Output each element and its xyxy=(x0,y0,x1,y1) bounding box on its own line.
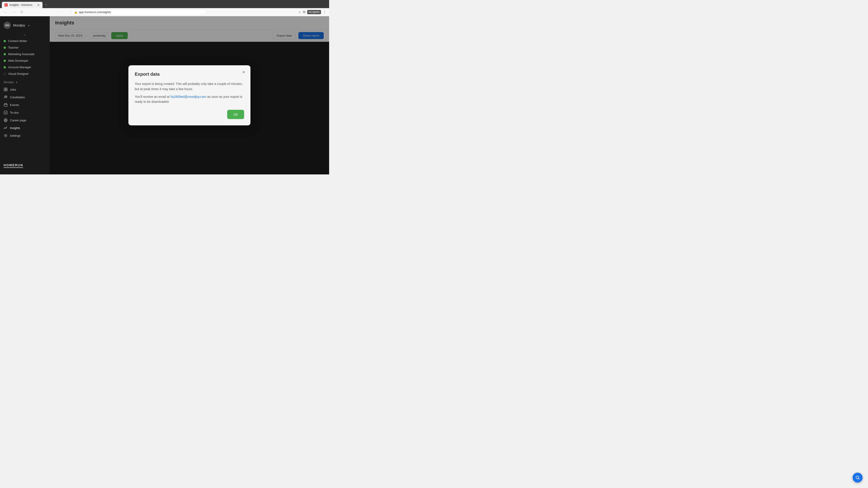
job-item-web-developer[interactable]: Web Developer xyxy=(0,57,50,64)
job-list: Content Writer Teacher Marketing Associa… xyxy=(0,37,50,78)
job-title: Marketing Associate xyxy=(8,53,34,56)
nav-item-label: Settings xyxy=(10,134,21,137)
job-item-content-writer[interactable]: Content Writer xyxy=(0,38,50,44)
section-title: Moodjoy xyxy=(4,80,14,84)
url-text: app.homerun.co/insights xyxy=(79,10,111,14)
grid-icon xyxy=(4,88,8,92)
svg-rect-5 xyxy=(6,90,7,91)
app-layout: MM Moodjoy ▾ ▲ Content Writer Teacher Ma… xyxy=(0,16,329,174)
bookmark-icon[interactable]: ☆ xyxy=(298,10,301,14)
job-title: Visual Designer xyxy=(8,72,29,75)
job-title: Web Developer xyxy=(8,59,28,62)
nav-item-label: Career page xyxy=(10,119,26,122)
tab-switch-icon[interactable]: ⧉ xyxy=(303,10,305,14)
sidebar-nav: Jobs Candidates Events To-dos xyxy=(0,85,50,140)
nav-item-label: Jobs xyxy=(10,88,16,91)
forward-button[interactable]: → xyxy=(11,9,17,15)
globe-icon xyxy=(4,118,8,122)
modal-close-button[interactable]: × xyxy=(241,69,247,75)
svg-rect-3 xyxy=(6,88,7,89)
job-item-visual-designer[interactable]: Visual Designer xyxy=(0,70,50,77)
sidebar-item-todos[interactable]: To-dos xyxy=(0,109,50,116)
modal-body-text-1: Your export is being created. This will … xyxy=(135,81,244,92)
svg-rect-2 xyxy=(4,88,5,89)
tab-title: Insights - Homerun xyxy=(9,3,32,6)
chart-icon xyxy=(4,126,8,130)
scroll-up-icon: ▲ xyxy=(24,33,26,36)
modal-overlay[interactable]: Export data × Your export is being creat… xyxy=(50,16,329,174)
svg-rect-8 xyxy=(4,104,7,106)
active-dot-icon xyxy=(4,46,6,49)
job-title: Teacher xyxy=(8,46,19,49)
svg-rect-4 xyxy=(4,90,5,91)
tab-favicon: H xyxy=(4,3,8,6)
modal-email: 5a2859ed@moodjoy.com xyxy=(170,95,206,98)
people-icon xyxy=(4,95,8,99)
sidebar-item-settings[interactable]: Settings xyxy=(0,132,50,139)
svg-point-11 xyxy=(5,135,6,136)
sidebar-item-insights[interactable]: Insights xyxy=(0,124,50,132)
tab-close-btn[interactable]: ✕ xyxy=(37,3,40,7)
modal-footer: Ok xyxy=(135,110,244,119)
profile-icon[interactable]: Incognito xyxy=(307,10,321,14)
svg-rect-9 xyxy=(4,111,7,114)
sidebar-header: MM Moodjoy ▾ xyxy=(0,20,50,33)
active-dot-icon xyxy=(4,53,6,55)
sidebar: MM Moodjoy ▾ ▲ Content Writer Teacher Ma… xyxy=(0,16,50,174)
active-dot-icon xyxy=(4,66,6,68)
nav-item-label: To-dos xyxy=(10,111,19,114)
modal-text-prefix: You'll receive an email at xyxy=(135,95,170,98)
nav-item-label: Candidates xyxy=(10,96,25,99)
new-tab-btn[interactable]: + xyxy=(42,2,50,8)
scroll-up-indicator: ▲ xyxy=(0,33,50,37)
job-title: Account Manager xyxy=(8,66,31,69)
modal-body: Your export is being created. This will … xyxy=(135,81,244,104)
menu-icon[interactable]: ⋮ xyxy=(323,10,327,14)
section-chevron-icon: ▾ xyxy=(16,81,17,84)
sidebar-item-candidates[interactable]: Candidates xyxy=(0,93,50,101)
modal-body-text-2: You'll receive an email at 5a2859ed@mood… xyxy=(135,94,244,104)
avatar: MM xyxy=(4,22,11,29)
url-bar[interactable]: 🔒 app.homerun.co/insights xyxy=(71,9,207,15)
main-content: Insights Wed Dec 20, 2023 - yesterday Ap… xyxy=(50,16,329,174)
browser-chrome: H Insights - Homerun ✕ + ← → ↻ 🔒 app.hom… xyxy=(0,0,329,16)
job-item-marketing-associate[interactable]: Marketing Associate xyxy=(0,51,50,57)
active-tab[interactable]: H Insights - Homerun ✕ xyxy=(2,2,42,8)
gear-icon xyxy=(4,133,8,138)
export-data-modal: Export data × Your export is being creat… xyxy=(128,65,250,125)
refresh-button[interactable]: ↻ xyxy=(19,9,25,15)
svg-point-7 xyxy=(6,96,7,97)
svg-point-6 xyxy=(4,96,6,97)
active-dot-icon xyxy=(4,60,6,62)
address-bar: ← → ↻ 🔒 app.homerun.co/insights ☆ ⧉ Inco… xyxy=(0,8,329,16)
job-item-teacher[interactable]: Teacher xyxy=(0,44,50,51)
job-item-account-manager[interactable]: Account Manager xyxy=(0,64,50,70)
company-name: Moodjoy xyxy=(13,24,25,27)
ok-button[interactable]: Ok xyxy=(227,110,244,119)
sidebar-item-jobs[interactable]: Jobs xyxy=(0,86,50,93)
back-button[interactable]: ← xyxy=(3,9,9,15)
sidebar-item-events[interactable]: Events xyxy=(0,101,50,109)
logo-text: HOMERUN xyxy=(4,163,23,168)
sidebar-section-label: Moodjoy ▾ xyxy=(0,78,50,85)
svg-text:H: H xyxy=(5,4,6,6)
company-dropdown-icon[interactable]: ▾ xyxy=(28,24,29,27)
modal-title: Export data xyxy=(135,72,244,77)
job-title: Content Writer xyxy=(8,39,27,43)
inactive-dot-icon xyxy=(4,73,6,75)
sidebar-item-career-page[interactable]: Career page xyxy=(0,116,50,124)
calendar-icon xyxy=(4,103,8,107)
active-dot-icon xyxy=(4,40,6,42)
check-icon xyxy=(4,110,8,115)
homerun-logo: HOMERUN xyxy=(0,160,50,171)
nav-item-label: Insights xyxy=(10,126,20,130)
nav-item-label: Events xyxy=(10,103,19,107)
address-bar-icons: ☆ ⧉ Incognito ⋮ xyxy=(298,10,327,14)
